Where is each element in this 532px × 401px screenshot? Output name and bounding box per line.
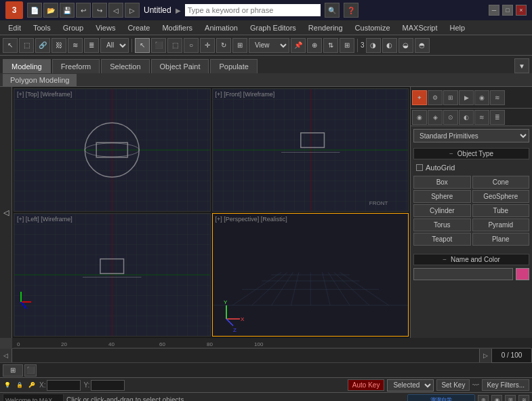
primitives-dropdown[interactable]: Standard Primitives Extended Primitives … [413,129,529,142]
collapse-icon[interactable]: − [449,150,453,157]
scale-btn[interactable]: ⊞ [232,38,247,53]
help-search-btn[interactable]: ❓ [344,3,359,18]
key-filters-btn[interactable]: Key Filters... [482,379,529,391]
panel-subicon-2[interactable]: ◈ [428,110,443,125]
menu-tools[interactable]: Tools [28,22,56,33]
status-icon-4[interactable]: ≋ [518,395,529,402]
autogrid-checkbox[interactable] [416,164,423,171]
btn-cylinder[interactable]: Cylinder [413,204,471,217]
lock-icon[interactable]: 🔒 [15,381,24,390]
key1-btn[interactable]: ◑ [366,38,381,53]
timeline-right-btn[interactable]: ▷ [479,349,491,362]
menu-views[interactable]: Views [90,22,121,33]
menu-group[interactable]: Group [58,22,89,33]
set-key-btn[interactable]: Set Key [436,379,470,391]
panel-subicon-5[interactable]: ≋ [474,110,489,125]
status-icon-2[interactable]: ◉ [491,395,502,402]
panel-subicon-3[interactable]: ⊙ [443,110,458,125]
redo-btn[interactable]: ↪ [92,3,107,18]
tab-modeling[interactable]: Modeling [3,59,51,73]
auto-key-btn[interactable]: Auto Key [348,379,385,391]
selected-dropdown[interactable]: Selected [387,379,434,392]
btn-cone[interactable]: Cone [472,176,530,189]
viewport-perspective[interactable]: [+] [Perspective] [Realistic] [212,213,409,337]
panel-icon-display[interactable]: ◉ [474,90,489,105]
select-box-btn[interactable]: ⬛ [151,38,166,53]
select-btn[interactable]: ↖ [3,38,18,53]
view-dropdown[interactable]: View [249,38,289,53]
name-input[interactable] [413,268,513,280]
select-region-btn[interactable]: ⬚ [19,38,34,53]
menu-customize[interactable]: Customize [350,22,396,33]
viewport-layout-btn[interactable]: ⊞ [3,364,23,377]
next-btn[interactable]: ▷ [125,3,140,18]
panel-icon-create[interactable]: ✦ [412,90,427,105]
btn-teapot[interactable]: Teapot [413,233,471,246]
save-btn[interactable]: 💾 [60,3,75,18]
menu-create[interactable]: Create [122,22,155,33]
unlink-btn[interactable]: ⛓ [52,38,66,53]
move-btn[interactable]: ✛ [200,38,215,53]
menu-modifiers[interactable]: Modifiers [157,22,198,33]
panel-subicon-1[interactable]: ◉ [412,110,427,125]
snap-btn[interactable]: 📌 [291,38,306,53]
select-cursor-btn[interactable]: ↖ [135,38,150,53]
bind-btn[interactable]: ≋ [68,38,83,53]
sub-tab-polygon-modeling[interactable]: Polygon Modeling [3,74,77,86]
menu-maxscript[interactable]: MAXScript [397,22,443,33]
undo-btn[interactable]: ↩ [76,3,91,18]
light-icon[interactable]: 💡 [3,381,12,390]
btn-plane[interactable]: Plane [472,233,530,246]
link-btn[interactable]: 🔗 [35,38,50,53]
menu-rendering[interactable]: Rendering [303,22,348,33]
timeline-track[interactable] [12,349,479,362]
bind2-btn[interactable]: ≣ [84,38,99,53]
key2-btn[interactable]: ◐ [382,38,397,53]
panel-icon-modify[interactable]: ⚙ [428,90,443,105]
menu-animation[interactable]: Animation [199,22,243,33]
timeline-expand-btn[interactable]: ◁ [0,349,12,362]
panel-icon-utilities[interactable]: ≋ [490,90,505,105]
tab-populate[interactable]: Populate [210,59,257,73]
tab-freeform[interactable]: Freeform [52,59,100,73]
menu-edit[interactable]: Edit [3,22,26,33]
btn-torus[interactable]: Torus [413,218,471,231]
tabs-more-btn[interactable]: ▼ [514,58,529,73]
new-btn[interactable]: 📄 [27,3,42,18]
btn-box[interactable]: Box [413,176,471,189]
key-icon[interactable]: 🔑 [27,381,37,390]
x-input[interactable] [47,380,81,391]
search-btn[interactable]: 🔍 [325,3,340,18]
align-btn[interactable]: ⊞ [340,38,354,53]
y-input[interactable] [91,380,125,391]
rect-sel-btn[interactable]: ⬚ [167,38,182,53]
tab-selection[interactable]: Selection [101,59,149,73]
btn-sphere[interactable]: Sphere [413,190,471,203]
panel-icon-motion[interactable]: ▶ [459,90,474,105]
rotate-btn[interactable]: ↻ [216,38,231,53]
btn-pyramid[interactable]: Pyramid [472,218,530,231]
viewport-top[interactable]: [+] [Top] [Wireframe] [14,88,211,212]
key4-btn[interactable]: ◓ [415,38,430,53]
menu-graph-editors[interactable]: Graph Editors [245,22,302,33]
btn-geosphere[interactable]: GeoSphere [472,190,530,203]
viewport-front[interactable]: [+] [Front] [Wireframe] FRONT [212,88,409,212]
layer-dropdown[interactable]: All [100,38,129,53]
status-icon-1[interactable]: ⊕ [478,395,489,402]
circle-sel-btn[interactable]: ○ [184,38,199,53]
snap2-btn[interactable]: ⊕ [307,38,322,53]
name-collapse-icon[interactable]: − [443,256,447,263]
maximize-btn[interactable]: □ [502,5,513,16]
open-btn[interactable]: 📂 [43,3,58,18]
mirror-btn[interactable]: ⇅ [323,38,338,53]
status-icon-3[interactable]: ⊞ [505,395,516,402]
minimize-btn[interactable]: ─ [489,5,499,16]
left-panel-toggle[interactable]: ◁ [0,87,12,338]
panel-subicon-6[interactable]: ≣ [490,110,505,125]
color-swatch[interactable] [516,268,529,280]
close-btn[interactable]: × [516,5,527,16]
menu-help[interactable]: Help [445,22,471,33]
panel-subicon-4[interactable]: ◐ [459,110,474,125]
viewport-left[interactable]: [+] [Left] [Wireframe] [14,213,211,337]
prev-btn[interactable]: ◁ [108,3,123,18]
